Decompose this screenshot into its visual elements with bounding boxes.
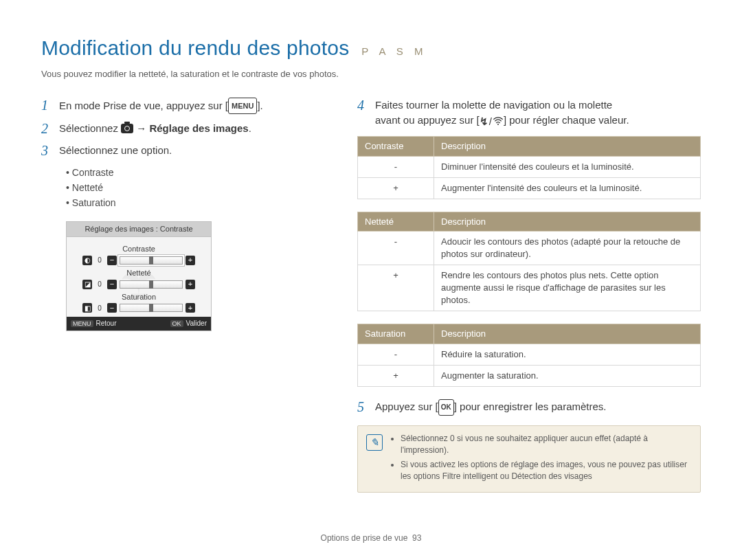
slider-label: Netteté bbox=[74, 268, 204, 278]
step-3: 3 Sélectionnez une option. bbox=[41, 143, 330, 158]
footer-section: Options de prise de vue bbox=[321, 533, 408, 543]
text: ] pour enregistrer les paramètres. bbox=[454, 401, 607, 412]
minus-icon: − bbox=[107, 303, 117, 313]
text: ]. bbox=[257, 100, 262, 111]
step-number: 1 bbox=[41, 98, 52, 113]
table-header: Description bbox=[434, 137, 701, 157]
title-row: Modification du rendu des photos P A S M bbox=[41, 34, 701, 63]
saturation-table: SaturationDescription -Réduire la satura… bbox=[357, 324, 701, 387]
list-item: Netteté bbox=[66, 180, 330, 195]
step-number: 4 bbox=[357, 98, 368, 113]
table-row: +Augmenter la saturation. bbox=[358, 365, 701, 386]
step-1: 1 En mode Prise de vue, appuyez sur [MEN… bbox=[41, 98, 330, 114]
footer-page-number: 93 bbox=[412, 533, 421, 543]
sign-cell: - bbox=[358, 232, 434, 265]
label: Retour bbox=[96, 320, 117, 327]
slider-value: 0 bbox=[95, 280, 104, 289]
table-row: -Réduire la saturation. bbox=[358, 344, 701, 365]
camera-screen: Réglage des images : Contraste Contraste… bbox=[66, 221, 212, 331]
step-text: Faites tourner la molette de navigation … bbox=[375, 98, 629, 129]
step-number: 5 bbox=[357, 399, 368, 414]
table-header: Saturation bbox=[358, 324, 434, 344]
menu-button-icon: MENU bbox=[71, 320, 93, 327]
ok-button-icon: OK bbox=[170, 320, 183, 327]
desc-cell: Rendre les contours des photos plus nets… bbox=[434, 265, 701, 311]
sign-cell: - bbox=[358, 156, 434, 177]
note-list: Sélectionnez 0 si vous ne souhaitez appl… bbox=[390, 433, 692, 485]
mode-indicator: P A S M bbox=[361, 45, 427, 58]
footer-left: MENURetour bbox=[71, 319, 117, 328]
arrow-icon: → bbox=[133, 122, 149, 134]
step-5: 5 Appuyez sur [OK] pour enregistrer les … bbox=[357, 399, 701, 416]
contrast-table: ContrasteDescription -Diminuer l'intensi… bbox=[357, 136, 701, 199]
svg-point-1 bbox=[497, 124, 499, 125]
ok-icon: OK bbox=[438, 399, 454, 416]
screen-body: Contraste ◐ 0 − + Netteté ◪ 0 − + bbox=[67, 237, 211, 317]
step-text: Sélectionnez → Réglage des images. bbox=[59, 121, 251, 136]
slider-track bbox=[120, 256, 183, 265]
table-row: -Diminuer l'intensité des couleurs et la… bbox=[358, 156, 701, 177]
slider-track bbox=[120, 304, 183, 312]
step-4: 4 Faites tourner la molette de navigatio… bbox=[357, 98, 701, 129]
saturation-icon: ◧ bbox=[82, 303, 92, 313]
columns: 1 En mode Prise de vue, appuyez sur [MEN… bbox=[41, 98, 701, 493]
menu-icon: MENU bbox=[228, 98, 257, 114]
list-item: Saturation bbox=[66, 195, 330, 210]
slider-label: Contraste bbox=[74, 244, 204, 254]
text: Appuyez sur [ bbox=[375, 401, 438, 412]
text: Sélectionnez bbox=[59, 122, 121, 134]
sign-cell: + bbox=[358, 265, 434, 311]
left-column: 1 En mode Prise de vue, appuyez sur [MEN… bbox=[41, 98, 330, 493]
step-text: En mode Prise de vue, appuyez sur [MENU]… bbox=[59, 98, 263, 114]
contrast-icon: ◐ bbox=[82, 256, 92, 265]
contrast-slider: ◐ 0 − + bbox=[74, 256, 204, 265]
table-row: -Adoucir les contours des photos (adapté… bbox=[358, 232, 701, 265]
step-text: Sélectionnez une option. bbox=[59, 143, 172, 158]
step-2: 2 Sélectionnez → Réglage des images. bbox=[41, 121, 330, 136]
sharpness-icon: ◪ bbox=[82, 280, 92, 289]
screen-footer: MENURetour OKValider bbox=[67, 317, 211, 331]
slider-value: 0 bbox=[95, 304, 104, 313]
step-number: 3 bbox=[41, 143, 52, 158]
plus-icon: + bbox=[186, 280, 195, 289]
table-header: Description bbox=[434, 324, 701, 344]
note-box: ✎ Sélectionnez 0 si vous ne souhaitez ap… bbox=[357, 425, 701, 493]
slider-value: 0 bbox=[95, 256, 104, 265]
footer-right: OKValider bbox=[170, 319, 207, 328]
note-item: Sélectionnez 0 si vous ne souhaitez appl… bbox=[401, 433, 692, 456]
list-item: Contraste bbox=[66, 165, 330, 180]
page-footer: Options de prise de vue 93 bbox=[0, 533, 742, 544]
table-header: Contraste bbox=[358, 137, 434, 157]
note-item: Si vous activez les options de réglage d… bbox=[401, 459, 692, 482]
plus-icon: + bbox=[186, 256, 195, 265]
step-number: 2 bbox=[41, 121, 52, 136]
table-row: +Rendre les contours des photos plus net… bbox=[358, 265, 701, 311]
step-text: Appuyez sur [OK] pour enregistrer les pa… bbox=[375, 399, 606, 416]
label: Valider bbox=[186, 320, 207, 327]
text: . bbox=[249, 122, 251, 134]
desc-cell: Augmenter la saturation. bbox=[434, 365, 701, 386]
desc-cell: Augmenter l'intensité des couleurs et la… bbox=[434, 177, 701, 199]
text: En mode Prise de vue, appuyez sur [ bbox=[59, 100, 228, 111]
table-header: Netteté bbox=[358, 212, 434, 232]
manual-page: Modification du rendu des photos P A S M… bbox=[0, 0, 742, 560]
desc-cell: Diminuer l'intensité des couleurs et la … bbox=[434, 156, 701, 177]
sign-cell: + bbox=[358, 177, 434, 199]
table-row: +Augmenter l'intensité des couleurs et l… bbox=[358, 177, 701, 199]
sharpness-slider: ◪ 0 − + bbox=[74, 280, 204, 289]
sign-cell: - bbox=[358, 344, 434, 365]
plus-icon: + bbox=[186, 303, 195, 313]
slider-track bbox=[120, 280, 183, 289]
text: Faites tourner la molette de navigation … bbox=[375, 99, 612, 111]
page-title: Modification du rendu des photos bbox=[41, 34, 349, 63]
subtitle: Vous pouvez modifier la netteté, la satu… bbox=[41, 68, 701, 80]
text: ] pour régler chaque valeur. bbox=[504, 114, 629, 126]
screen-header: Réglage des images : Contraste bbox=[67, 222, 211, 237]
table-header: Description bbox=[434, 212, 701, 232]
sign-cell: + bbox=[358, 365, 434, 386]
right-column: 4 Faites tourner la molette de navigatio… bbox=[357, 98, 701, 493]
slider-label: Saturation bbox=[74, 292, 204, 302]
text: avant ou appuyez sur [ bbox=[375, 114, 480, 126]
option-list: Contraste Netteté Saturation bbox=[66, 165, 330, 210]
camera-icon bbox=[121, 124, 133, 133]
